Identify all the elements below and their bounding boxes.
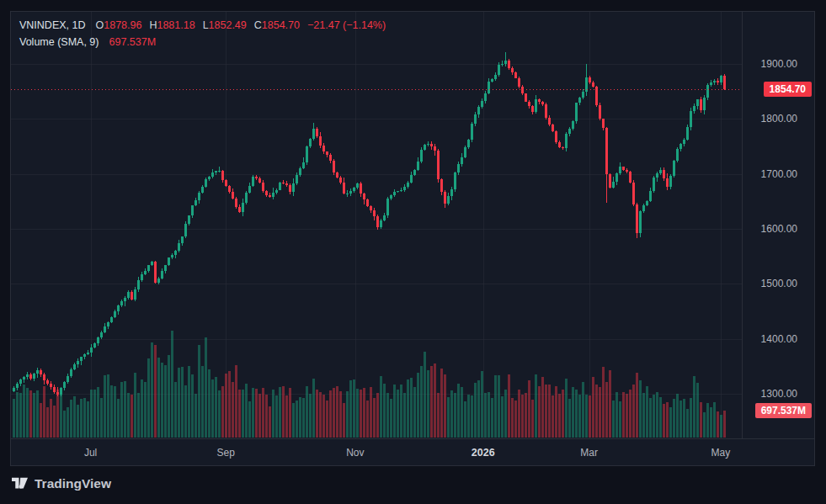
volume-sma-value: 697.537M <box>109 34 156 50</box>
symbol-ohlc-row: VNINDEX, 1D O1878.96 H1881.18 L1852.49 C… <box>19 17 386 34</box>
price-tick-label: 1500.00 <box>761 278 797 289</box>
tradingview-chart-widget: VNINDEX, 1D O1878.96 H1881.18 L1852.49 C… <box>0 0 826 504</box>
close-value: C1854.70 <box>254 17 300 34</box>
high-value: H1881.18 <box>149 17 195 34</box>
chart-pane: VNINDEX, 1D O1878.96 H1881.18 L1852.49 C… <box>10 11 815 466</box>
candlestick-chart <box>11 12 742 438</box>
volume-sma-badge: 697.537M <box>755 403 812 418</box>
candlestick-plot-area[interactable]: VNINDEX, 1D O1878.96 H1881.18 L1852.49 C… <box>11 12 742 438</box>
time-tick-label-may: May <box>711 447 730 459</box>
price-tick-label: 1800.00 <box>761 113 797 125</box>
price-tick-label: 1700.00 <box>761 168 797 180</box>
time-tick-label-sep: Sep <box>217 447 235 459</box>
price-tick-label: 1300.00 <box>761 388 797 400</box>
open-value: O1878.96 <box>96 17 142 34</box>
time-tick-label-nov: Nov <box>346 447 364 459</box>
price-axis[interactable]: 1854.70 697.537M 1900.001800.001700.0016… <box>742 12 815 438</box>
time-tick-label-jul: Jul <box>84 447 97 459</box>
volume-row: Volume (SMA, 9) 697.537M <box>19 34 386 50</box>
time-tick-label-mar: Mar <box>580 447 598 459</box>
low-value: L1852.49 <box>203 17 247 34</box>
last-price-badge: 1854.70 <box>764 82 812 97</box>
time-axis[interactable]: JulSepNov2026MarMay <box>11 438 814 466</box>
price-tick-label: 1600.00 <box>761 223 797 235</box>
tradingview-logo-icon <box>12 477 28 491</box>
tradingview-attribution[interactable]: TradingView <box>12 476 111 491</box>
brand-name: TradingView <box>35 476 111 491</box>
change-value: −21.47 (−1.14%) <box>307 17 386 34</box>
chart-legend: VNINDEX, 1D O1878.96 H1881.18 L1852.49 C… <box>19 17 386 50</box>
price-tick-label: 1900.00 <box>761 58 797 70</box>
price-tick-label: 1400.00 <box>761 333 797 345</box>
symbol-title[interactable]: VNINDEX, 1D <box>19 17 86 34</box>
time-tick-label-2026: 2026 <box>472 447 495 459</box>
volume-indicator-label[interactable]: Volume (SMA, 9) <box>19 34 99 50</box>
